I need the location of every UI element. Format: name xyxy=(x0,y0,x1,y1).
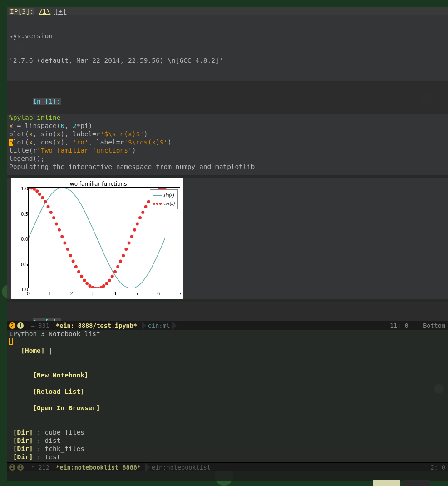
chevron-right-icon xyxy=(172,321,177,330)
svg-point-8 xyxy=(49,211,53,214)
svg-point-29 xyxy=(108,279,111,282)
y-tick: 0.5 xyxy=(13,210,28,218)
svg-point-11 xyxy=(58,228,61,232)
x-tick: 1 xyxy=(45,290,54,298)
output-line: sys.version xyxy=(9,32,446,40)
legend: sin(x) cos(x) xyxy=(150,189,178,209)
cell-gap xyxy=(7,302,448,310)
y-tick: -0.5 xyxy=(13,261,28,269)
workspace-badge[interactable]: 2 xyxy=(9,322,15,329)
x-tick: 2 xyxy=(67,290,76,298)
svg-point-38 xyxy=(133,228,136,232)
major-mode: ein:ml xyxy=(148,322,170,330)
dir-tag[interactable]: [Dir] xyxy=(13,437,33,444)
output-line: '2.7.6 (default, Mar 22 2014, 22:59:56) … xyxy=(9,56,446,64)
output-sys-version: sys.version '2.7.6 (default, Mar 22 2014… xyxy=(7,15,448,81)
x-tick: 6 xyxy=(154,290,163,298)
svg-point-30 xyxy=(111,275,114,278)
notebook-editor[interactable]: sys.version '2.7.6 (default, Mar 22 2014… xyxy=(7,15,448,321)
minibuffer[interactable] xyxy=(7,471,448,481)
home-button[interactable]: [Home] xyxy=(21,347,44,354)
buffer-name[interactable]: *ein:notebooklist 8888* xyxy=(56,463,141,471)
code-line[interactable]: x = linspace(0, 2*pi) xyxy=(7,122,448,130)
svg-point-10 xyxy=(55,222,58,225)
dir-tag[interactable]: [Dir] xyxy=(13,429,33,436)
y-tick: 1.0 xyxy=(13,185,28,193)
window-badge[interactable]: 2 xyxy=(17,464,24,471)
svg-point-6 xyxy=(44,200,47,203)
legend-label: cos(x) xyxy=(164,199,175,208)
svg-point-27 xyxy=(102,284,105,288)
dir-name[interactable]: test xyxy=(45,453,61,461)
legend-label: sin(x) xyxy=(164,191,174,199)
taskbar-item[interactable] xyxy=(403,480,430,486)
svg-point-28 xyxy=(105,282,108,285)
svg-point-39 xyxy=(136,222,139,225)
svg-point-9 xyxy=(52,216,55,219)
cursor-pos: 2: 0 xyxy=(430,463,445,471)
code-line[interactable]: plot(x, sin(x), label=r'$\sin(x)$') xyxy=(7,130,448,138)
svg-point-17 xyxy=(74,265,78,268)
open-in-browser-button[interactable]: [Open In Browser] xyxy=(33,404,100,412)
workspace-badge[interactable]: 2 xyxy=(9,464,15,471)
cursor: p xyxy=(9,139,13,146)
cell-gap xyxy=(7,81,448,89)
x-tick: 7 xyxy=(176,290,185,298)
svg-point-15 xyxy=(69,254,72,257)
output-text: Populating the interactive namespace fro… xyxy=(7,163,448,171)
svg-point-25 xyxy=(97,287,100,289)
notebook-list-pane[interactable]: IPython 3 Notebook list | [Home] | [New … xyxy=(7,330,448,462)
modeline-top: 2 1 – 331 *ein: 8888/test.ipynb* ein:ml … xyxy=(7,321,448,330)
svg-point-20 xyxy=(83,279,86,282)
svg-point-41 xyxy=(141,211,144,214)
svg-point-34 xyxy=(122,254,125,257)
window-badge[interactable]: 1 xyxy=(17,322,24,329)
svg-point-12 xyxy=(60,235,64,238)
svg-point-42 xyxy=(144,205,147,208)
cell-gap xyxy=(7,171,448,175)
svg-point-32 xyxy=(116,265,119,268)
breadcrumb: | [Home] | xyxy=(9,347,446,355)
dir-name[interactable]: fchk_files xyxy=(45,445,84,452)
reload-list-button[interactable]: [Reload List] xyxy=(33,388,84,395)
x-tick: 4 xyxy=(110,290,119,298)
code-line[interactable]: %pylab inline xyxy=(7,114,448,122)
code-line[interactable]: legend(); xyxy=(7,154,448,163)
legend-line-icon xyxy=(153,195,162,196)
cursor-outline xyxy=(9,338,13,345)
svg-point-1 xyxy=(30,188,33,190)
tab-plus[interactable]: [+] xyxy=(54,8,66,15)
cell-1: In [1]: xyxy=(7,89,448,114)
dir-tag[interactable]: [Dir] xyxy=(13,445,33,452)
matplotlib-figure: Two familiar functions sin(x) cos(x) -1.… xyxy=(11,178,183,299)
svg-point-37 xyxy=(130,235,133,238)
svg-point-7 xyxy=(47,205,50,208)
tab-current[interactable]: /1\ xyxy=(39,8,50,15)
new-notebook-button[interactable]: [New Notebook] xyxy=(33,372,88,379)
tab-header: IP[3]: /1\ [+] xyxy=(7,7,448,15)
cell-empty[interactable]: In [ ]: xyxy=(7,310,448,321)
svg-point-14 xyxy=(66,248,69,251)
svg-point-33 xyxy=(119,260,122,263)
svg-point-21 xyxy=(85,282,89,285)
buffer-name[interactable]: *ein: 8888/test.ipynb* xyxy=(56,322,137,330)
taskbar xyxy=(373,480,430,486)
code-line[interactable]: title(r'Two familiar functions') xyxy=(7,146,448,154)
svg-point-4 xyxy=(38,193,41,196)
svg-point-24 xyxy=(94,287,97,289)
svg-point-23 xyxy=(91,286,94,288)
taskbar-item[interactable] xyxy=(373,480,400,486)
x-tick: 0 xyxy=(24,290,33,298)
chevron-right-icon xyxy=(142,321,146,330)
svg-point-3 xyxy=(35,189,39,193)
dir-tag[interactable]: [Dir] xyxy=(13,453,33,461)
svg-point-49 xyxy=(163,188,167,189)
list-item: [Dir] : dist xyxy=(9,436,446,445)
list-item: [Dir] : fchk_files xyxy=(9,445,446,453)
legend-dots-icon xyxy=(153,203,162,205)
code-line-cursor[interactable]: plot(x, cos(x), 'ro', label=r'$\cos(x)$'… xyxy=(7,138,448,146)
dir-name[interactable]: cube_files xyxy=(45,429,84,436)
plot-axes: sin(x) cos(x) xyxy=(28,187,180,288)
dir-name[interactable]: dist xyxy=(45,437,61,444)
x-tick: 3 xyxy=(89,290,98,298)
